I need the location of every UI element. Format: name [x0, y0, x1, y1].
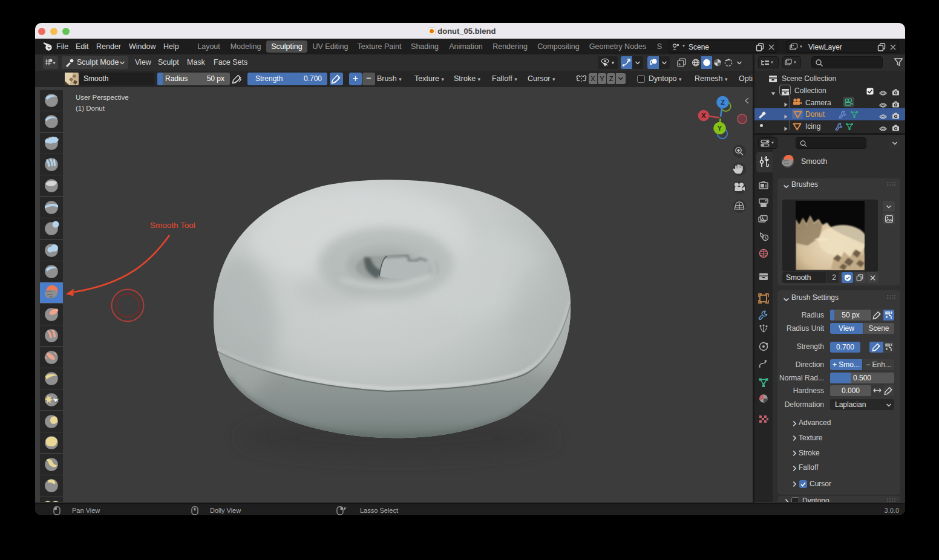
svg-text:Smooth Tool: Smooth Tool [150, 221, 195, 230]
svg-text:(1) Donut: (1) Donut [76, 105, 105, 112]
svg-text:User Perspective: User Perspective [76, 94, 129, 101]
svg-text:Z: Z [721, 99, 725, 106]
svg-text:Y: Y [718, 125, 722, 132]
svg-text:X: X [701, 112, 706, 119]
